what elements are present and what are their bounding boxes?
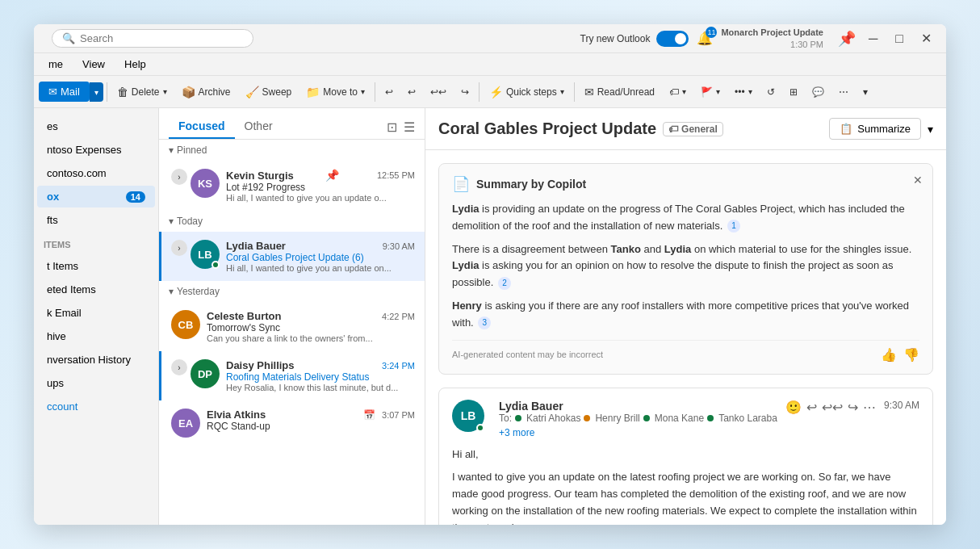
undo-button[interactable]: ↩ [379, 83, 400, 101]
email-item-lydia[interactable]: › LB Lydia Bauer 9:30 AM Coral Gables Pr… [159, 232, 425, 281]
tag-icon: 🏷 [669, 86, 679, 98]
email-subject: Coral Gables Project Update (6) [226, 252, 415, 263]
thumbs-up-button[interactable]: 👍 [881, 347, 897, 363]
move-to-button[interactable]: 📁 Move to ▾ [299, 82, 371, 102]
tag-button[interactable]: 🏷 ▾ [663, 83, 693, 101]
menu-item-view[interactable]: View [74, 56, 113, 73]
forward-button[interactable]: ↪ [454, 83, 475, 101]
sidebar-item-contoso[interactable]: contoso.com [37, 162, 155, 184]
ellipsis-icon: ⋯ [839, 86, 848, 98]
email-content-lydia: Lydia Bauer 9:30 AM Coral Gables Project… [226, 240, 415, 273]
tab-focused[interactable]: Focused [169, 115, 235, 139]
new-mail-button[interactable]: ✉ Mail [39, 82, 90, 102]
summarize-button[interactable]: 📋 Summarize [829, 118, 921, 140]
more-options-button[interactable]: ••• ▾ [728, 83, 759, 101]
expand-toolbar-button[interactable]: ▾ [856, 83, 874, 101]
msg-actions: 🙂 ↩ ↩↩ ↪ ⋯ [785, 400, 876, 415]
flag-button[interactable]: 🚩 ▾ [694, 83, 727, 101]
msg-time: 9:30 AM [884, 400, 919, 411]
email-item-kevin[interactable]: › KS Kevin Sturgis 📌 12:55 PM Lot #192 P… [159, 161, 425, 211]
quick-steps-icon: ⚡ [489, 86, 503, 98]
menu-item-help[interactable]: Help [116, 56, 154, 73]
email-item-elvia[interactable]: EA Elvia Atkins 📅 3:07 PM RQC Stand-up [159, 400, 425, 446]
forward-msg-button[interactable]: ↪ [848, 400, 858, 415]
close-copilot-button[interactable]: ✕ [913, 174, 923, 186]
avatar-initials: DP [198, 368, 212, 380]
more-toolbar-button[interactable]: ⋯ [832, 83, 855, 101]
sort-icon[interactable]: ☰ [404, 119, 415, 135]
thumbs-down-button[interactable]: 👎 [903, 347, 919, 363]
recipient-katri: Katri Ahokas [526, 413, 580, 424]
quick-steps-button[interactable]: ⚡ Quick steps ▾ [483, 82, 571, 102]
section-today[interactable]: ▾ Today [159, 211, 425, 232]
calendar-icon: 📅 [363, 409, 375, 421]
email-preview: Hey Rosalia, I know this last minute, bu… [226, 383, 415, 392]
email-sender: Kevin Sturgis [226, 170, 294, 182]
sidebar-item-conv-history[interactable]: nversation History [37, 349, 155, 371]
archive-button[interactable]: 📦 Archive [175, 82, 237, 102]
section-pinned[interactable]: ▾ Pinned [159, 140, 425, 161]
move-chevron-icon: ▾ [361, 87, 365, 96]
email-tag-badge[interactable]: 🏷 General [663, 122, 723, 136]
sidebar-item-archive[interactable]: hive [37, 325, 155, 347]
delete-button[interactable]: 🗑 Delete ▾ [111, 82, 174, 102]
email-item-celeste[interactable]: CB Celeste Burton 4:22 PM Tomorrow's Syn… [159, 302, 425, 351]
sidebar-item-account[interactable]: ccount [37, 396, 155, 417]
maximize-button[interactable]: □ [890, 30, 908, 48]
collapse-pinned-icon: ▾ [169, 145, 174, 156]
expand-thread-button[interactable]: › [171, 240, 187, 256]
email-body-text: I wanted to give you an update on the la… [452, 469, 919, 525]
chat-button[interactable]: 💬 [806, 83, 831, 101]
section-yesterday[interactable]: ▾ Yesterday [159, 281, 425, 302]
sidebar-item-deleted[interactable]: eted Items [37, 279, 155, 300]
sweep-button[interactable]: 🧹 Sweep [239, 82, 299, 102]
expand-thread-button[interactable]: › [171, 169, 187, 185]
reply-all-msg-button[interactable]: ↩↩ [822, 400, 843, 415]
email-subject: Tomorrow's Sync [207, 322, 415, 333]
new-mail-label: Mail [61, 86, 80, 98]
menu-item-me[interactable]: me [40, 56, 71, 73]
minimize-button[interactable]: ─ [864, 30, 882, 48]
more-icon: ••• [735, 86, 745, 98]
sidebar-item-es[interactable]: es [37, 115, 155, 137]
notification-pin-icon[interactable]: 📌 [838, 30, 856, 48]
more-recipients-link[interactable]: +3 more [499, 427, 534, 438]
emoji-button[interactable]: 🙂 [785, 400, 802, 415]
reply-button[interactable]: ↩ [401, 83, 422, 101]
read-unread-button[interactable]: ✉ Read/Unread [578, 82, 661, 102]
sidebar-item-label: t Items [47, 260, 78, 272]
filter-icon[interactable]: ⊡ [387, 119, 397, 135]
sweep-icon: 🧹 [245, 86, 259, 98]
sidebar-item-groups[interactable]: ups [37, 372, 155, 394]
sidebar-item-t-items[interactable]: t Items [37, 255, 155, 277]
tab-actions: ⊡ ☰ [387, 119, 415, 135]
more-msg-button[interactable]: ⋯ [863, 400, 876, 415]
search-box[interactable]: 🔍 [52, 29, 253, 48]
sidebar-item-expenses[interactable]: ntoso Expenses [37, 139, 155, 161]
try-new-outlook-toggle[interactable] [656, 31, 689, 47]
reply-msg-button[interactable]: ↩ [806, 400, 817, 415]
reading-subject: Coral Gables Project Update 🏷 General [438, 119, 723, 138]
close-button[interactable]: ✕ [916, 29, 936, 48]
pinned-label: Pinned [177, 145, 207, 156]
copilot-title: Summary by Copilot [476, 178, 586, 191]
new-mail-dropdown-button[interactable]: ▾ [90, 82, 103, 102]
email-msg-header: LB Lydia Bauer To: Katri Ahokas Henry Br… [452, 400, 919, 438]
tab-other[interactable]: Other [235, 115, 283, 139]
read-icon: ✉ [584, 86, 594, 98]
avatar-initials: LB [198, 249, 211, 261]
archive-label: Archive [199, 86, 231, 98]
expand-thread-button[interactable]: › [171, 359, 187, 375]
undo2-button[interactable]: ↺ [760, 83, 781, 101]
expand-chevron-icon[interactable]: ▾ [928, 123, 933, 136]
copilot-paragraph-2: There is a disagreement between Tanko an… [452, 241, 919, 291]
recipient-mona: Mona Kane [655, 413, 704, 424]
reply-all-button[interactable]: ↩↩ [424, 83, 453, 101]
email-time: 3:07 PM [382, 410, 415, 420]
search-input[interactable] [80, 32, 241, 44]
sidebar-item-fts[interactable]: fts [37, 209, 155, 231]
sidebar-item-k-email[interactable]: k Email [37, 302, 155, 324]
sidebar-item-inbox[interactable]: ox 14 [37, 186, 155, 207]
email-item-daisy[interactable]: › DP Daisy Phillips 3:24 PM Roofing Mate… [159, 351, 425, 400]
grid-button[interactable]: ⊞ [783, 83, 804, 101]
